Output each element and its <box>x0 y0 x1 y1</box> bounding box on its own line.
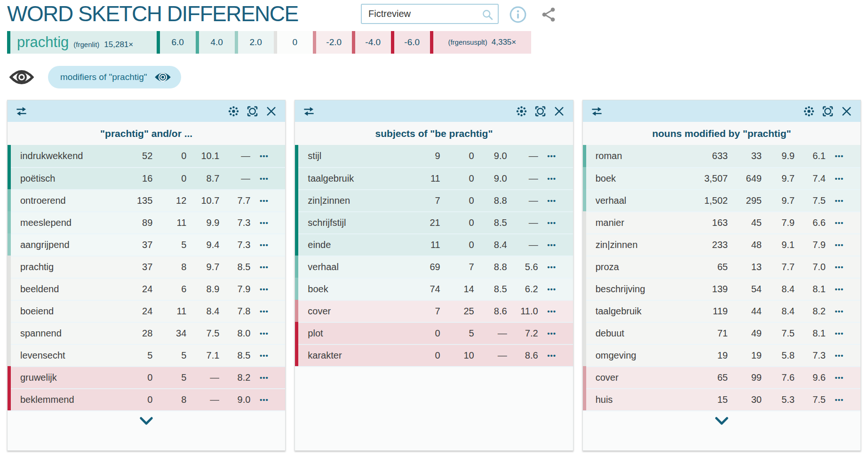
row-menu-button[interactable]: ••• <box>538 285 565 293</box>
row-menu-button[interactable]: ••• <box>250 241 278 249</box>
table-row[interactable]: indrukwekkend52010.1—••• <box>8 145 285 167</box>
row-menu-button[interactable]: ••• <box>538 263 565 271</box>
row-menu-button[interactable]: ••• <box>826 396 853 404</box>
search-icon[interactable] <box>481 8 494 23</box>
row-menu-button[interactable]: ••• <box>826 285 853 293</box>
table-row[interactable]: huis15305.37.5••• <box>583 388 860 410</box>
chip-eye-icon[interactable] <box>154 71 172 84</box>
row-menu-button[interactable]: ••• <box>826 175 853 183</box>
table-row[interactable]: boek74148.56.2••• <box>295 278 573 300</box>
swap-columns-icon[interactable] <box>15 105 28 118</box>
table-row[interactable]: aangrijpend3759.47.3••• <box>8 233 285 256</box>
table-row[interactable]: cover65997.69.6••• <box>583 366 860 388</box>
row-menu-button[interactable]: ••• <box>250 307 278 315</box>
row-menu-button[interactable]: ••• <box>250 219 278 227</box>
table-row[interactable]: roman633339.96.1••• <box>583 145 860 167</box>
row-menu-button[interactable]: ••• <box>826 152 853 160</box>
visibility-icon[interactable] <box>9 68 34 86</box>
search-input[interactable] <box>362 5 498 23</box>
row-menu-button[interactable]: ••• <box>826 352 853 360</box>
table-row[interactable]: spannend28347.58.0••• <box>8 322 285 344</box>
table-row[interactable]: meeslepend89119.97.3••• <box>8 211 285 233</box>
table-row[interactable]: zin|zinnen708.8—••• <box>295 189 573 211</box>
table-row[interactable]: karakter010—8.6••• <box>295 344 573 366</box>
visualize-icon[interactable] <box>228 105 239 117</box>
table-row[interactable]: plot05—7.2••• <box>295 322 573 344</box>
score-1: — <box>474 328 507 339</box>
table-row[interactable]: ontroerend1351210.77.7••• <box>8 189 285 211</box>
frequency-2: 11 <box>152 217 186 228</box>
row-menu-button[interactable]: ••• <box>250 374 278 382</box>
relation-chip[interactable]: modifiers of "prachtig" <box>48 66 181 88</box>
maximize-icon[interactable] <box>534 105 546 117</box>
close-icon[interactable] <box>841 105 852 117</box>
table-row[interactable]: zin|zinnen233489.17.9••• <box>583 233 860 256</box>
table-row[interactable]: poëtisch1608.7—••• <box>8 167 285 189</box>
table-row[interactable]: boeiend24118.47.8••• <box>8 300 285 322</box>
score-2: 7.9 <box>219 284 250 295</box>
table-row[interactable]: prachtig3789.78.5••• <box>8 256 285 278</box>
table-row[interactable]: levensecht557.18.5••• <box>8 344 285 366</box>
row-menu-button[interactable]: ••• <box>538 152 565 160</box>
table-row[interactable]: debuut71497.58.1••• <box>583 322 860 344</box>
row-menu-button[interactable]: ••• <box>826 329 853 337</box>
row-menu-button[interactable]: ••• <box>826 197 853 205</box>
table-row[interactable]: proza65137.77.0••• <box>583 256 860 278</box>
row-menu-button[interactable]: ••• <box>250 352 278 360</box>
row-menu-button[interactable]: ••• <box>250 175 278 183</box>
score-2: 7.2 <box>507 328 538 339</box>
row-menu-button[interactable]: ••• <box>538 175 565 183</box>
row-menu-button[interactable]: ••• <box>538 352 565 360</box>
row-menu-button[interactable]: ••• <box>538 219 565 227</box>
table-row[interactable]: einde1108.4—••• <box>295 233 573 256</box>
maximize-icon[interactable] <box>247 105 258 117</box>
row-menu-button[interactable]: ••• <box>538 241 565 249</box>
row-menu-button[interactable]: ••• <box>538 307 565 315</box>
row-menu-button[interactable]: ••• <box>250 329 278 337</box>
row-menu-button[interactable]: ••• <box>250 396 278 404</box>
swap-columns-icon[interactable] <box>303 105 315 118</box>
row-menu-button[interactable]: ••• <box>826 374 853 382</box>
visualize-icon[interactable] <box>516 105 527 117</box>
row-menu-button[interactable]: ••• <box>250 152 278 160</box>
table-row[interactable]: taalgebruik1109.0—••• <box>295 167 573 189</box>
share-icon[interactable] <box>540 6 557 25</box>
table-row[interactable]: beklemmend08—9.0••• <box>8 388 285 410</box>
score-2: — <box>507 173 538 184</box>
table-row[interactable]: beeldend2468.97.9••• <box>8 278 285 300</box>
collocate-word: cover <box>298 306 393 317</box>
frequency-2: 7 <box>440 262 474 272</box>
expand-more-button[interactable] <box>714 415 730 427</box>
visualize-icon[interactable] <box>803 105 815 117</box>
table-row[interactable]: omgeving19195.87.3••• <box>583 344 860 366</box>
row-menu-button[interactable]: ••• <box>826 263 853 271</box>
table-row[interactable]: cover7258.611.0••• <box>295 300 573 322</box>
table-row[interactable]: verhaal6978.85.6••• <box>295 256 573 278</box>
table-row[interactable]: gruwelijk05—8.2••• <box>8 366 285 388</box>
table-row[interactable]: manier163457.96.6••• <box>583 211 860 233</box>
swap-columns-icon[interactable] <box>590 105 603 118</box>
row-menu-button[interactable]: ••• <box>826 219 853 227</box>
close-icon[interactable] <box>265 105 277 117</box>
row-menu-button[interactable]: ••• <box>538 197 565 205</box>
table-row[interactable]: stijl909.0—••• <box>295 145 573 167</box>
row-menu-button[interactable]: ••• <box>826 307 853 315</box>
collocate-word: beschrijving <box>586 284 681 295</box>
expand-more-button[interactable] <box>138 415 154 427</box>
row-menu-button[interactable]: ••• <box>250 263 278 271</box>
table-row[interactable]: boek3,5076499.77.4••• <box>583 167 860 189</box>
table-row[interactable]: verhaal1,5022959.77.5••• <box>583 189 860 211</box>
table-row[interactable]: schrijfstijl2108.5—••• <box>295 211 573 233</box>
row-menu-button[interactable]: ••• <box>538 329 565 337</box>
collocate-word: verhaal <box>298 262 393 272</box>
word-sketch-panels: "prachtig" and/or ... indrukwekkend52010… <box>7 100 861 451</box>
row-menu-button[interactable]: ••• <box>826 241 853 249</box>
row-menu-button[interactable]: ••• <box>250 285 278 293</box>
right-corpus-label: (frgensusplt) <box>448 38 487 46</box>
row-menu-button[interactable]: ••• <box>250 197 278 205</box>
maximize-icon[interactable] <box>822 105 834 117</box>
close-icon[interactable] <box>553 105 565 117</box>
table-row[interactable]: taalgebruik119448.48.2••• <box>583 300 860 322</box>
info-icon[interactable] <box>509 6 527 25</box>
table-row[interactable]: beschrijving139548.48.1••• <box>583 278 860 300</box>
